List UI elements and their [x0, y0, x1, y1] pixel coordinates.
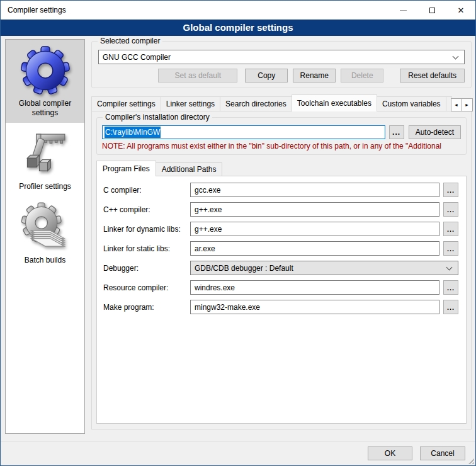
toolchain-executables-panel: Compiler's installation directory C:\ray…: [91, 111, 472, 429]
title-bar: Compiler settings ✕: [1, 1, 475, 20]
dynamic-linker-browse-button[interactable]: ...: [443, 222, 458, 236]
selected-compiler-group: Selected compiler GNU GCC Compiler Set a…: [91, 41, 472, 88]
dialog-footer: OK Cancel: [1, 441, 475, 465]
make-program-label: Make program:: [103, 303, 186, 312]
tab-scroll-right-button[interactable]: ►: [462, 98, 473, 111]
cancel-button[interactable]: Cancel: [420, 446, 465, 460]
subtab-additional-paths[interactable]: Additional Paths: [156, 162, 223, 176]
installation-directory-group-label: Compiler's installation directory: [103, 113, 212, 122]
static-linker-label: Linker for static libs:: [103, 244, 186, 253]
bin-subdirectory-note: NOTE: All programs must exist either in …: [102, 142, 461, 151]
maximize-icon: [429, 8, 435, 13]
static-linker-browse-button[interactable]: ...: [443, 241, 458, 256]
sidebar-item-batch-builds[interactable]: Batch builds: [6, 196, 84, 270]
resource-compiler-input[interactable]: [190, 280, 439, 295]
cpp-compiler-input[interactable]: [190, 202, 439, 217]
debugger-select-value: GDB/CDB debugger : Default: [195, 264, 293, 273]
settings-tabstrip: Compiler settings Linker settings Search…: [91, 94, 472, 111]
auto-detect-button[interactable]: Auto-detect: [409, 125, 461, 139]
settings-category-sidebar: Global compiler settings: [5, 39, 85, 434]
reset-defaults-button[interactable]: Reset defaults: [400, 69, 465, 82]
dynamic-linker-input[interactable]: [190, 222, 439, 236]
compiler-select[interactable]: GNU GCC Compiler: [98, 50, 465, 64]
minimize-icon: [400, 10, 407, 11]
compiler-select-value: GNU GCC Compiler: [103, 53, 171, 62]
gear-stack-icon: [20, 202, 71, 253]
field-row: Debugger: GDB/CDB debugger : Default: [103, 261, 458, 275]
dynamic-linker-label: Linker for dynamic libs:: [103, 225, 186, 234]
resource-compiler-browse-button[interactable]: ...: [443, 280, 458, 295]
subtab-program-files[interactable]: Program Files: [96, 161, 156, 176]
set-as-default-button[interactable]: Set as default: [158, 69, 237, 82]
c-compiler-label: C compiler:: [103, 186, 186, 195]
window-title: Compiler settings: [1, 6, 66, 14]
maximize-button[interactable]: [417, 1, 446, 20]
chevron-down-icon: [446, 264, 453, 271]
tab-search-directories[interactable]: Search directories: [220, 96, 292, 111]
installation-dir-input[interactable]: C:\raylib\MinGW: [102, 125, 385, 139]
close-button[interactable]: ✕: [446, 1, 475, 20]
toolchain-subtabs: Program Files Additional Paths: [96, 161, 467, 176]
sidebar-item-label: Batch builds: [8, 254, 82, 265]
sidebar-item-profiler-settings[interactable]: Profiler settings: [6, 123, 84, 196]
close-icon: ✕: [458, 6, 465, 14]
resize-grip[interactable]: [468, 458, 474, 464]
ok-button[interactable]: OK: [368, 446, 412, 460]
field-row: Linker for dynamic libs: ...: [103, 222, 458, 236]
window-controls: ✕: [388, 1, 475, 20]
field-row: Make program: ...: [103, 300, 458, 314]
dialog-content: Global compiler settings: [1, 36, 475, 441]
main-panel: Selected compiler GNU GCC Compiler Set a…: [91, 39, 472, 429]
installation-directory-group: Compiler's installation directory C:\ray…: [96, 117, 467, 155]
arrow-right-icon: ►: [465, 103, 469, 107]
field-row: C++ compiler: ...: [103, 202, 458, 217]
compiler-buttons-row: Set as default Copy Rename Delete Reset …: [98, 69, 465, 82]
delete-button[interactable]: Delete: [341, 69, 383, 82]
tab-scroll-left-button[interactable]: ◄: [451, 98, 462, 111]
cpp-compiler-label: C++ compiler:: [103, 205, 186, 214]
browse-dir-button[interactable]: ...: [389, 125, 404, 139]
caliper-icon: [21, 130, 69, 178]
make-program-browse-button[interactable]: ...: [443, 300, 458, 314]
sidebar-item-label: Global compiler settings: [8, 97, 82, 118]
program-files-panel: C compiler: ... C++ compiler: ... Linker…: [96, 176, 467, 424]
compiler-settings-dialog: Compiler settings ✕ Global compiler sett…: [0, 0, 476, 466]
cpp-compiler-browse-button[interactable]: ...: [443, 202, 458, 217]
field-row: C compiler: ...: [103, 183, 458, 197]
c-compiler-input[interactable]: [190, 183, 439, 197]
sidebar-item-label: Profiler settings: [8, 180, 82, 191]
chevron-down-icon: [453, 54, 459, 60]
tab-toolchain-executables[interactable]: Toolchain executables: [292, 94, 377, 111]
field-row: Linker for static libs: ...: [103, 241, 458, 256]
sidebar-item-global-compiler-settings[interactable]: Global compiler settings: [6, 40, 84, 123]
minimize-button[interactable]: [388, 1, 417, 20]
rename-button[interactable]: Rename: [293, 69, 336, 82]
c-compiler-browse-button[interactable]: ...: [443, 183, 458, 197]
arrow-left-icon: ◄: [454, 103, 458, 107]
tab-linker-settings[interactable]: Linker settings: [161, 96, 220, 111]
field-row: Resource compiler: ...: [103, 280, 458, 295]
static-linker-input[interactable]: [190, 241, 439, 256]
tab-compiler-settings[interactable]: Compiler settings: [91, 96, 161, 111]
debugger-select[interactable]: GDB/CDB debugger : Default: [190, 261, 458, 275]
tab-custom-variables[interactable]: Custom variables: [377, 96, 446, 111]
tab-scroll-buttons: ◄ ►: [451, 98, 473, 111]
selected-compiler-group-label: Selected compiler: [98, 37, 162, 46]
page-title: Global compiler settings: [1, 20, 475, 36]
installation-dir-value: C:\raylib\MinGW: [105, 127, 161, 138]
gear-icon: [20, 45, 71, 96]
debugger-label: Debugger:: [103, 264, 186, 273]
resource-compiler-label: Resource compiler:: [103, 283, 186, 292]
make-program-input[interactable]: [190, 300, 439, 314]
copy-button[interactable]: Copy: [245, 69, 288, 82]
